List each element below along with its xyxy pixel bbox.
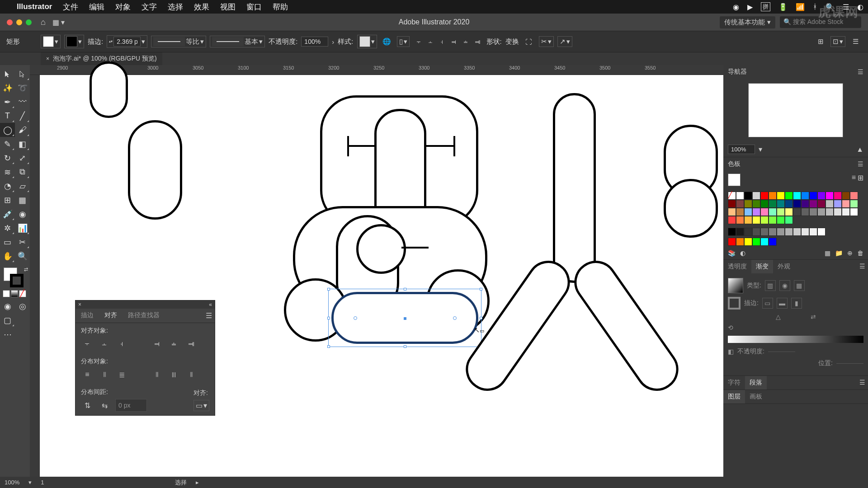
- swatch[interactable]: [793, 228, 801, 236]
- shape[interactable]: [356, 224, 406, 274]
- gradient-bar[interactable]: [728, 336, 863, 343]
- swatch[interactable]: [809, 192, 817, 200]
- fill-stroke-colors[interactable]: ⇄: [0, 266, 30, 288]
- gradient-stroke-swatch[interactable]: [728, 297, 741, 310]
- menu-object[interactable]: 对象: [110, 2, 136, 12]
- swatch[interactable]: [826, 200, 834, 208]
- swatch[interactable]: [760, 208, 769, 216]
- swatch[interactable]: [817, 208, 826, 216]
- swatch[interactable]: [736, 216, 744, 224]
- brush-definition[interactable]: 基本▾: [210, 36, 265, 47]
- draw-mode-behind[interactable]: ◎: [15, 299, 30, 313]
- align-right[interactable]: ⫞: [437, 36, 448, 47]
- panel-menu-icon[interactable]: ☰: [858, 160, 863, 168]
- swatch[interactable]: [777, 200, 785, 208]
- swatch[interactable]: [769, 208, 777, 216]
- symbol-sprayer-tool[interactable]: ✲: [0, 221, 15, 235]
- draw-mode-normal[interactable]: ◉: [0, 299, 15, 313]
- align-hcenter[interactable]: ⫠: [425, 36, 436, 47]
- swatch[interactable]: [826, 192, 834, 200]
- perspective-tool[interactable]: ▱: [15, 179, 30, 193]
- gradient-tool[interactable]: ▦: [15, 193, 30, 207]
- shape[interactable]: [401, 247, 429, 249]
- swatch[interactable]: [801, 200, 809, 208]
- swatch[interactable]: [760, 216, 769, 224]
- tab-transparency[interactable]: 透明度: [723, 260, 751, 273]
- gradient-angle-icon[interactable]: ⟲: [728, 324, 733, 331]
- color-mode-none[interactable]: ╱: [19, 290, 26, 297]
- artboard-tool[interactable]: ▭: [0, 235, 15, 249]
- status-zoom[interactable]: 100%: [5, 479, 19, 486]
- swatch[interactable]: [728, 238, 736, 246]
- panel-menu-icon[interactable]: ☰: [203, 309, 215, 323]
- swatch[interactable]: [801, 208, 809, 216]
- swatch[interactable]: [769, 192, 777, 200]
- tab-character[interactable]: 字符: [723, 376, 745, 389]
- tab-pathfinder[interactable]: 路径查找器: [123, 309, 165, 323]
- tab-paragraph[interactable]: 段落: [745, 376, 767, 389]
- home-button[interactable]: ⌂: [41, 18, 46, 27]
- swatch[interactable]: [744, 192, 752, 200]
- tab-stroke[interactable]: 描边: [75, 309, 99, 323]
- gradient-reverse-icon[interactable]: ⇄: [811, 313, 816, 320]
- swatch[interactable]: [736, 192, 744, 200]
- swatch[interactable]: [736, 200, 744, 208]
- magic-wand-tool[interactable]: ✨: [0, 81, 15, 95]
- panel-menu-icon[interactable]: ☰: [857, 376, 868, 389]
- swatch[interactable]: [817, 228, 826, 236]
- maximize-window[interactable]: [26, 19, 32, 25]
- swatch[interactable]: [744, 216, 752, 224]
- selection-tool[interactable]: [0, 67, 15, 81]
- swatch[interactable]: [744, 208, 752, 216]
- menu-window[interactable]: 窗口: [241, 2, 267, 12]
- slice-tool[interactable]: ✂: [15, 235, 30, 249]
- swatch[interactable]: [777, 208, 785, 216]
- stroke-weight-input[interactable]: [113, 37, 141, 47]
- input-method-icon[interactable]: 拼: [761, 2, 770, 11]
- obs-icon[interactable]: ◉: [733, 3, 739, 11]
- swatch[interactable]: [736, 228, 744, 236]
- blend-tool[interactable]: ◉: [15, 207, 30, 221]
- swatch[interactable]: [801, 228, 809, 236]
- swatch[interactable]: [752, 200, 760, 208]
- swatches-grid-icon[interactable]: ⊞: [858, 174, 863, 186]
- panel-menu-icon[interactable]: ☰: [858, 68, 863, 75]
- swatch[interactable]: [785, 216, 793, 224]
- dist-hspace-btn[interactable]: ⇆: [98, 399, 111, 412]
- panel-collapse-icon[interactable]: «: [209, 301, 212, 308]
- swatch[interactable]: [785, 192, 793, 200]
- scale-tool[interactable]: ⤢: [15, 151, 30, 165]
- swatch-kind-icon[interactable]: ◐: [740, 249, 745, 257]
- status-artboard[interactable]: 1: [41, 479, 44, 486]
- swatch[interactable]: [777, 192, 785, 200]
- swatch[interactable]: [809, 200, 817, 208]
- color-mode-solid[interactable]: [3, 290, 10, 297]
- menu-view[interactable]: 视图: [215, 2, 241, 12]
- dist-bottom-btn[interactable]: ≣: [115, 368, 128, 381]
- eraser-tool[interactable]: ◧: [15, 137, 30, 151]
- align-dropdown[interactable]: ▯▾: [397, 36, 410, 47]
- shape[interactable]: [566, 253, 687, 399]
- align-panel[interactable]: ×« 描边 对齐 路径查找器 ☰ 对齐对象: ⫟ ⫠ ⫞ ⫤ ⫨ ⫥: [75, 300, 215, 416]
- dist-vcenter-btn[interactable]: ⫴: [98, 368, 111, 381]
- shape[interactable]: [90, 61, 128, 118]
- dist-vspace-btn[interactable]: ⇅: [81, 399, 94, 412]
- type-tool[interactable]: T: [0, 109, 15, 123]
- swatch[interactable]: [728, 208, 736, 216]
- stroke-profile[interactable]: 等比▾: [151, 36, 206, 47]
- transform-label[interactable]: 变换: [505, 38, 519, 46]
- align-top-btn[interactable]: ⫤: [151, 338, 163, 350]
- swatch[interactable]: [760, 200, 769, 208]
- swatch[interactable]: [834, 208, 842, 216]
- swatches-list-icon[interactable]: ≡: [852, 174, 856, 186]
- line-tool[interactable]: ╱: [15, 109, 30, 123]
- swatch[interactable]: [834, 192, 842, 200]
- swatch[interactable]: [744, 228, 752, 236]
- align-bottom-btn[interactable]: ⫥: [185, 338, 198, 350]
- tab-gradient[interactable]: 渐变: [751, 260, 773, 273]
- swatch[interactable]: [809, 208, 817, 216]
- anchor-dropdown[interactable]: ⊡▾: [830, 36, 845, 47]
- swatch[interactable]: [744, 200, 752, 208]
- recolor-icon[interactable]: 🌐: [381, 35, 393, 48]
- panel-menu-icon[interactable]: ☰: [849, 35, 862, 48]
